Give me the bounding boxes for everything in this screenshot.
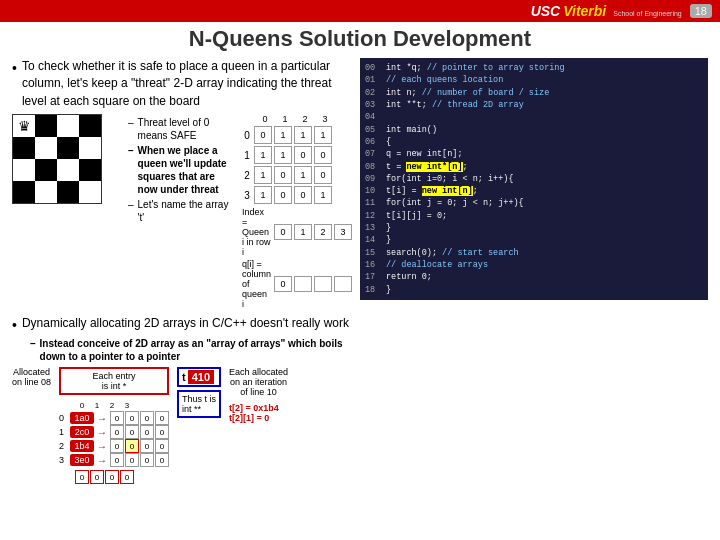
slide-number: 18: [690, 4, 712, 18]
index-cells: 0123: [274, 224, 352, 240]
threat-row-3: 31001: [242, 186, 352, 204]
bullet1: • To check whether it is safe to place a…: [12, 58, 352, 110]
code-line-18: 18}: [365, 284, 703, 296]
threat-cell-2-0: 1: [254, 166, 272, 184]
t-thus-area: t 410 Thus t is int **: [177, 367, 221, 418]
entry-box: Each entry is int *: [59, 367, 169, 395]
chess-cell-0-0: ♛: [13, 115, 35, 137]
thus-box: Thus t is int **: [177, 390, 221, 418]
slide-content: N-Queens Solution Development • To check…: [0, 22, 720, 488]
code-line-17: 17 return 0;: [365, 271, 703, 283]
qi-row: q[i] = column of queen i 0: [242, 259, 352, 309]
school-text: School of Engineering: [613, 10, 682, 17]
threat-cell-3-3: 1: [314, 186, 332, 204]
code-line-00: 00int *q; // pointer to array storing: [365, 62, 703, 74]
chess-cell-3-3: [79, 181, 101, 203]
top-bar: USC Viterbi School of Engineering 18: [0, 0, 720, 22]
viterbi-text: Viterbi: [563, 3, 606, 19]
threat-cell-3-1: 0: [274, 186, 292, 204]
qi-cells: 0: [274, 276, 352, 292]
chess-cell-2-0: [13, 159, 35, 181]
code-line-16: 16 // deallocate arrays: [365, 259, 703, 271]
threat-cell-2-3: 0: [314, 166, 332, 184]
bullet1-dot: •: [12, 60, 17, 110]
code-line-12: 12 t[i][j] = 0;: [365, 210, 703, 222]
main-layout: • To check whether it is safe to place a…: [12, 58, 708, 484]
chess-cell-2-3: [79, 159, 101, 181]
threat-cell-0-0: 0: [254, 126, 272, 144]
arrow-rows-area: 012301a0→000012c0→000021b4→000033e0→0000: [59, 401, 169, 467]
threat-cell-0-1: 1: [274, 126, 292, 144]
bottom-zeros: 0000: [59, 470, 169, 484]
code-line-04: 04: [365, 111, 703, 123]
threat-cell-0-2: 1: [294, 126, 312, 144]
alloc-label-area: Allocated on line 08: [12, 367, 51, 387]
t-label: t: [182, 371, 186, 383]
threat-row-1: 11100: [242, 146, 352, 164]
code-line-06: 06{: [365, 136, 703, 148]
each-alloc-label: Each allocated on an iteration of line 1…: [229, 367, 288, 397]
chess-cell-3-1: [35, 181, 57, 203]
index-row: Index = Queen i in row i 0123: [242, 207, 352, 257]
threat-row-0: 00111: [242, 126, 352, 144]
slide-title: N-Queens Solution Development: [12, 26, 708, 52]
bullet2-text: Dynamically allocating 2D arrays in C/C+…: [22, 315, 349, 333]
chess-cell-1-3: [79, 137, 101, 159]
arrow-row-3: 33e0→0000: [59, 453, 169, 467]
threat-cell-1-2: 0: [294, 146, 312, 164]
t2-label: t[2] = 0x1b4: [229, 403, 288, 413]
threat-cell-2-2: 1: [294, 166, 312, 184]
bullet2-dot: •: [12, 317, 17, 333]
threat-header-row: 0123: [242, 114, 352, 124]
index-label: Index = Queen i in row i: [242, 207, 271, 257]
arrow-row-0: 01a0→0000: [59, 411, 169, 425]
threat-cell-1-1: 1: [274, 146, 292, 164]
chess-cell-1-0: [13, 137, 35, 159]
bullet2: • Dynamically allocating 2D arrays in C/…: [12, 315, 352, 333]
subbullets-area: – Threat level of 0 means SAFE – When we…: [128, 116, 234, 224]
qi-label: q[i] = column of queen i: [242, 259, 271, 309]
code-line-15: 15 search(0); // start search: [365, 247, 703, 259]
code-line-14: 14 }: [365, 234, 703, 246]
threat-cell-2-1: 0: [274, 166, 292, 184]
chess-cell-2-2: [57, 159, 79, 181]
chess-area: ♛: [12, 114, 102, 204]
chess-cell-3-0: [13, 181, 35, 203]
entry-t-area: Each entry is int * 012301a0→000012c0→00…: [59, 367, 169, 484]
t21-label: t[2][1] = 0: [229, 413, 288, 423]
sub-bullet-2: – When we place a queen we'll update squ…: [128, 144, 234, 196]
threat-cell-0-3: 1: [314, 126, 332, 144]
t-box: t 410: [177, 367, 221, 387]
code-panel: 00int *q; // pointer to array storing01 …: [360, 58, 708, 300]
threat-cell-3-0: 1: [254, 186, 272, 204]
arrow-row-2: 21b4→0000: [59, 439, 169, 453]
each-alloc-area: Each allocated on an iteration of line 1…: [229, 367, 288, 423]
code-line-11: 11 for(int j = 0; j < n; j++){: [365, 197, 703, 209]
chess-cell-0-1: [35, 115, 57, 137]
chess-cell-1-2: [57, 137, 79, 159]
threat-grid-area: 012300111111002101031001 Index = Queen i…: [242, 114, 352, 309]
bullet1-text: To check whether it is safe to place a q…: [22, 58, 352, 110]
chess-board: ♛: [12, 114, 102, 204]
alloc-label: Allocated on line 08: [12, 367, 51, 387]
code-line-05: 05int main(): [365, 124, 703, 136]
usc-logo: USC Viterbi School of Engineering: [531, 3, 682, 19]
threat-cell-1-3: 0: [314, 146, 332, 164]
chess-cell-2-1: [35, 159, 57, 181]
chess-cell-3-2: [57, 181, 79, 203]
bullet2-subbullets: – Instead conceive of 2D array as an "ar…: [30, 337, 352, 363]
chess-cell-1-1: [35, 137, 57, 159]
code-line-10: 10 t[i] = new int[n];: [365, 185, 703, 197]
chess-cell-0-2: [57, 115, 79, 137]
code-line-13: 13 }: [365, 222, 703, 234]
threat-row-2: 21010: [242, 166, 352, 184]
alloc-area: Allocated on line 08 Each entry is int *…: [12, 367, 352, 484]
chess-cell-0-3: [79, 115, 101, 137]
usc-text: USC: [531, 3, 561, 19]
code-line-02: 02int n; // number of board / size: [365, 87, 703, 99]
t2-labels: t[2] = 0x1b4 t[2][1] = 0: [229, 403, 288, 423]
t-value: 410: [188, 370, 214, 384]
threat-cell-3-2: 0: [294, 186, 312, 204]
threat-cell-1-0: 1: [254, 146, 272, 164]
sub-bullet-1: – Threat level of 0 means SAFE: [128, 116, 234, 142]
